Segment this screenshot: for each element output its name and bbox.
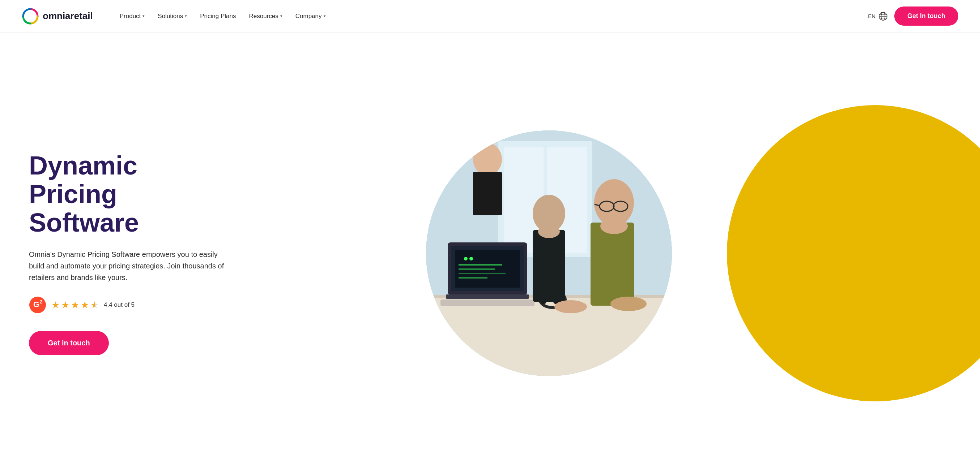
svg-point-22 [464, 257, 468, 260]
svg-rect-24 [458, 264, 502, 266]
star-rating: ★ ★ ★ ★ ★ ★ [51, 300, 99, 311]
hero-description: Omnia's Dynamic Pricing Software empower… [29, 249, 224, 283]
hero-image-area [412, 33, 980, 474]
hero-cta-button[interactable]: Get in touch [29, 331, 109, 355]
nav-solutions[interactable]: Solutions ▾ [153, 10, 192, 23]
svg-rect-29 [441, 300, 535, 306]
star-4: ★ [81, 300, 89, 311]
svg-text:G: G [33, 300, 40, 309]
logo-icon [22, 8, 39, 25]
hero-section: Dynamic Pricing Software Omnia's Dynamic… [0, 33, 980, 474]
svg-point-23 [469, 257, 473, 260]
language-label: EN [868, 13, 875, 19]
svg-rect-27 [458, 277, 487, 279]
svg-text:2: 2 [40, 299, 42, 304]
chevron-down-icon: ▾ [185, 14, 187, 18]
svg-rect-28 [446, 295, 529, 299]
chevron-down-icon: ▾ [324, 14, 326, 18]
globe-icon [878, 11, 888, 21]
svg-rect-46 [473, 172, 502, 215]
hero-content: Dynamic Pricing Software Omnia's Dynamic… [29, 151, 224, 355]
svg-point-45 [473, 143, 502, 176]
star-3: ★ [71, 300, 79, 311]
svg-point-44 [611, 296, 647, 311]
star-2: ★ [61, 300, 70, 311]
svg-point-43 [554, 300, 587, 313]
nav-pricing-plans[interactable]: Pricing Plans [195, 10, 241, 23]
logo-text: omniaretail [43, 11, 93, 22]
nav-product[interactable]: Product ▾ [115, 10, 150, 23]
svg-rect-37 [590, 222, 634, 306]
nav-right: EN Get In touch [868, 6, 958, 25]
svg-point-35 [538, 225, 560, 238]
svg-rect-26 [458, 273, 506, 274]
office-photo-circle [426, 130, 672, 376]
svg-point-38 [600, 218, 628, 234]
yellow-background-circle [727, 105, 980, 401]
office-scene-svg [426, 130, 672, 376]
nav-cta-button[interactable]: Get In touch [894, 6, 958, 25]
star-5-half: ★ ★ [91, 300, 99, 311]
nav-links: Product ▾ Solutions ▾ Pricing Plans Reso… [115, 10, 331, 23]
nav-company[interactable]: Company ▾ [290, 10, 331, 23]
svg-rect-25 [458, 268, 495, 270]
chevron-down-icon: ▾ [280, 14, 282, 18]
logo-link[interactable]: omniaretail [22, 8, 93, 25]
hero-title: Dynamic Pricing Software [29, 151, 224, 237]
svg-rect-34 [533, 230, 565, 302]
rating-text: 4.4 out of 5 [104, 301, 135, 309]
nav-resources[interactable]: Resources ▾ [244, 10, 287, 23]
rating-block: G 2 ★ ★ ★ ★ ★ ★ 4.4 out of 5 [29, 296, 224, 314]
star-1: ★ [51, 300, 60, 311]
navbar: omniaretail Product ▾ Solutions ▾ Pricin… [0, 0, 980, 33]
chevron-down-icon: ▾ [143, 14, 145, 18]
language-selector[interactable]: EN [868, 11, 888, 21]
g2-badge-icon: G 2 [29, 296, 46, 314]
